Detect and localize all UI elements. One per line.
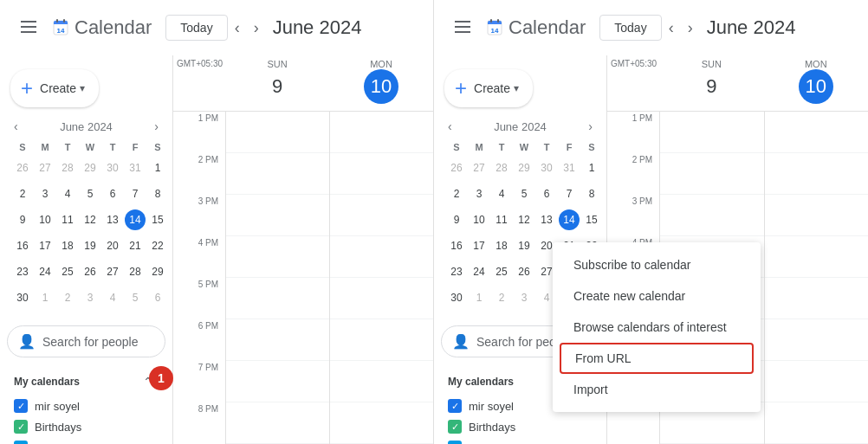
mini-day-21[interactable]: 21 <box>125 235 146 256</box>
mini-day-30[interactable]: 30 <box>102 158 123 178</box>
mini-day-12[interactable]: 12 <box>514 209 534 230</box>
mini-day-5[interactable]: 5 <box>80 183 100 204</box>
subscribe-to-calendar-item[interactable]: Subscribe to calendar <box>553 249 761 280</box>
mini-day-31[interactable]: 31 <box>125 158 146 178</box>
left-hamburger-button[interactable] <box>14 12 43 44</box>
mini-cal-prev[interactable]: ‹ <box>10 118 22 135</box>
mini-day-18[interactable]: 18 <box>57 235 78 256</box>
mini-day-10[interactable]: 10 <box>35 209 55 230</box>
mini-day-12[interactable]: 12 <box>80 209 100 230</box>
right-next-button[interactable]: › <box>681 12 700 44</box>
mini-day-15[interactable]: 15 <box>581 209 602 230</box>
mini-day-27[interactable]: 27 <box>35 158 55 178</box>
browse-calendars-item[interactable]: Browse calendars of interest <box>553 312 761 343</box>
mini-day-17[interactable]: 17 <box>35 235 55 256</box>
mini-day-19[interactable]: 19 <box>514 235 534 256</box>
cal-item-birthdays[interactable]: ✓Birthdays <box>448 416 593 437</box>
left-next-button[interactable]: › <box>247 12 266 44</box>
mini-day-5[interactable]: 5 <box>125 287 146 308</box>
mini-day-9[interactable]: 9 <box>12 209 33 230</box>
create-new-calendar-item[interactable]: Create new calendar <box>553 280 761 312</box>
mini-day-4[interactable]: 4 <box>491 183 512 204</box>
mini-day-20[interactable]: 20 <box>102 235 123 256</box>
mini-day-7[interactable]: 7 <box>559 183 580 204</box>
left-create-button[interactable]: + Create ▾ <box>10 69 99 107</box>
mini-day-3[interactable]: 3 <box>80 287 100 308</box>
left-my-calendars-header[interactable]: My calendars ⌃ <box>14 371 159 392</box>
mini-day-28[interactable]: 28 <box>491 158 512 178</box>
mini-day-9[interactable]: 9 <box>446 209 467 230</box>
mini-day-16[interactable]: 16 <box>446 235 467 256</box>
mini-day-16[interactable]: 16 <box>12 235 33 256</box>
mini-day-2[interactable]: 2 <box>491 287 512 308</box>
cal-item-tasks[interactable]: ✓Tasks <box>14 437 159 444</box>
mini-day-3[interactable]: 3 <box>35 183 55 204</box>
mini-cal-next[interactable]: › <box>151 118 162 135</box>
left-search-people[interactable]: 👤 Search for people <box>7 325 165 357</box>
right-mini-cal-next[interactable]: › <box>585 118 596 135</box>
right-create-button[interactable]: + Create ▾ <box>444 69 533 107</box>
mini-day-23[interactable]: 23 <box>12 261 33 282</box>
mini-day-26[interactable]: 26 <box>514 261 534 282</box>
mini-day-29[interactable]: 29 <box>147 261 168 282</box>
cal-item-tasks[interactable]: ✓Tasks <box>448 437 593 444</box>
cal-item-birthdays[interactable]: ✓Birthdays <box>14 416 159 437</box>
mini-day-1[interactable]: 1 <box>581 158 602 178</box>
mini-day-7[interactable]: 7 <box>125 183 146 204</box>
mini-day-29[interactable]: 29 <box>514 158 534 178</box>
mini-day-4[interactable]: 4 <box>57 183 78 204</box>
right-mini-cal-prev[interactable]: ‹ <box>444 118 456 135</box>
mini-day-8[interactable]: 8 <box>147 183 168 204</box>
mini-day-3[interactable]: 3 <box>469 183 489 204</box>
mini-day-4[interactable]: 4 <box>102 287 123 308</box>
mini-day-15[interactable]: 15 <box>147 209 168 230</box>
mini-day-2[interactable]: 2 <box>57 287 78 308</box>
mini-day-25[interactable]: 25 <box>57 261 78 282</box>
mini-day-27[interactable]: 27 <box>469 158 489 178</box>
mini-day-24[interactable]: 24 <box>469 261 489 282</box>
mini-day-18[interactable]: 18 <box>491 235 512 256</box>
mini-day-8[interactable]: 8 <box>581 183 602 204</box>
mini-day-6[interactable]: 6 <box>147 287 168 308</box>
mini-day-10[interactable]: 10 <box>469 209 489 230</box>
mini-day-2[interactable]: 2 <box>12 183 33 204</box>
mini-day-25[interactable]: 25 <box>491 261 512 282</box>
mini-day-24[interactable]: 24 <box>35 261 55 282</box>
mini-day-14[interactable]: 14 <box>125 209 146 230</box>
mini-day-27[interactable]: 27 <box>102 261 123 282</box>
cal-item-mir-soyel[interactable]: ✓mir soyel <box>14 396 159 416</box>
mini-day-1[interactable]: 1 <box>147 158 168 178</box>
mini-day-31[interactable]: 31 <box>559 158 580 178</box>
mini-day-2[interactable]: 2 <box>446 183 467 204</box>
mini-day-3[interactable]: 3 <box>514 287 534 308</box>
mini-day-17[interactable]: 17 <box>469 235 489 256</box>
mini-day-30[interactable]: 30 <box>446 287 467 308</box>
mini-day-28[interactable]: 28 <box>57 158 78 178</box>
mini-day-26[interactable]: 26 <box>12 158 33 178</box>
mini-day-29[interactable]: 29 <box>80 158 100 178</box>
import-item[interactable]: Import <box>553 374 761 405</box>
left-prev-button[interactable]: ‹ <box>228 12 247 44</box>
right-hamburger-button[interactable] <box>448 12 477 44</box>
mini-day-1[interactable]: 1 <box>469 287 489 308</box>
mini-day-30[interactable]: 30 <box>12 287 33 308</box>
mini-day-26[interactable]: 26 <box>80 261 100 282</box>
mini-day-5[interactable]: 5 <box>514 183 534 204</box>
mini-day-13[interactable]: 13 <box>536 209 557 230</box>
mini-day-13[interactable]: 13 <box>102 209 123 230</box>
right-prev-button[interactable]: ‹ <box>662 12 681 44</box>
mini-day-6[interactable]: 6 <box>536 183 557 204</box>
from-url-item[interactable]: From URL <box>560 343 754 374</box>
mini-day-11[interactable]: 11 <box>491 209 512 230</box>
right-today-button[interactable]: Today <box>599 15 661 41</box>
mini-day-22[interactable]: 22 <box>147 235 168 256</box>
mini-day-14[interactable]: 14 <box>559 209 580 230</box>
left-today-button[interactable]: Today <box>165 15 227 41</box>
mini-day-6[interactable]: 6 <box>102 183 123 204</box>
mini-day-26[interactable]: 26 <box>446 158 467 178</box>
mini-day-19[interactable]: 19 <box>80 235 100 256</box>
mini-day-1[interactable]: 1 <box>35 287 55 308</box>
mini-day-30[interactable]: 30 <box>536 158 557 178</box>
mini-day-11[interactable]: 11 <box>57 209 78 230</box>
mini-day-28[interactable]: 28 <box>125 261 146 282</box>
